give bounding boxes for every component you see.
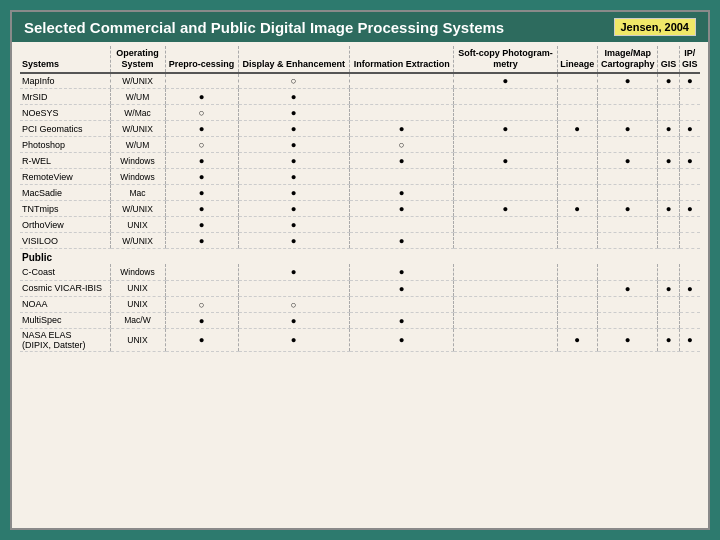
data-cell xyxy=(679,296,700,312)
data-cell: ● xyxy=(557,121,597,137)
data-cell: ● xyxy=(454,153,557,169)
data-cell xyxy=(454,89,557,105)
section-label-row: Public xyxy=(20,249,700,265)
data-cell: ● xyxy=(679,73,700,89)
data-cell xyxy=(454,217,557,233)
table-row: PhotoshopW/UM○●○ xyxy=(20,137,700,153)
col-header-display: Display & Enhancement xyxy=(238,46,349,73)
data-cell: ● xyxy=(165,153,238,169)
data-cell: ● xyxy=(349,264,454,280)
data-cell xyxy=(557,312,597,328)
data-cell: ● xyxy=(454,201,557,217)
data-cell xyxy=(557,217,597,233)
table-row: Cosmic VICAR-IBISUNIX●●●● xyxy=(20,280,700,296)
data-cell xyxy=(349,105,454,121)
data-cell: ● xyxy=(454,121,557,137)
data-cell: ● xyxy=(165,185,238,201)
data-cell xyxy=(597,296,658,312)
data-cell xyxy=(557,185,597,201)
data-cell xyxy=(454,328,557,351)
data-cell: ○ xyxy=(349,137,454,153)
data-cell: ● xyxy=(238,105,349,121)
data-cell: ● xyxy=(658,121,679,137)
col-header-gis: GIS xyxy=(658,46,679,73)
data-cell xyxy=(658,264,679,280)
data-cell xyxy=(454,296,557,312)
system-name-cell: Photoshop xyxy=(20,137,110,153)
data-cell: ● xyxy=(658,73,679,89)
data-cell: ● xyxy=(597,280,658,296)
data-cell: ● xyxy=(679,153,700,169)
data-cell: ● xyxy=(238,312,349,328)
data-cell: ● xyxy=(349,121,454,137)
system-name-cell: MacSadie xyxy=(20,185,110,201)
data-cell: W/UNIX xyxy=(110,201,165,217)
data-cell xyxy=(557,233,597,249)
data-cell: UNIX xyxy=(110,328,165,351)
data-cell: ● xyxy=(165,217,238,233)
data-cell: ● xyxy=(597,201,658,217)
data-cell xyxy=(557,137,597,153)
data-cell xyxy=(349,169,454,185)
system-name-cell: PCI Geomatics xyxy=(20,121,110,137)
table-row: NOAAUNIX○○ xyxy=(20,296,700,312)
data-cell: ● xyxy=(165,312,238,328)
data-cell xyxy=(454,105,557,121)
system-name-cell: VISILOO xyxy=(20,233,110,249)
col-header-preprocessing: Prepro-cessing xyxy=(165,46,238,73)
data-cell xyxy=(597,105,658,121)
data-cell: ● xyxy=(238,121,349,137)
data-cell xyxy=(597,137,658,153)
data-cell: ○ xyxy=(238,73,349,89)
data-cell xyxy=(658,233,679,249)
data-cell xyxy=(557,280,597,296)
system-name-cell: MultiSpec xyxy=(20,312,110,328)
col-header-softcopy: Soft-copy Photogram-metry xyxy=(454,46,557,73)
data-cell xyxy=(454,312,557,328)
data-cell xyxy=(557,264,597,280)
data-cell: ● xyxy=(238,217,349,233)
data-cell xyxy=(679,89,700,105)
col-header-lineage: Lineage xyxy=(557,46,597,73)
data-cell xyxy=(557,153,597,169)
data-cell: ● xyxy=(597,121,658,137)
data-cell xyxy=(658,89,679,105)
data-cell: ● xyxy=(658,153,679,169)
slide-title: Selected Commercial and Public Digital I… xyxy=(24,19,504,36)
data-cell: ○ xyxy=(165,137,238,153)
table-row: NOeSYSW/Mac○● xyxy=(20,105,700,121)
data-cell xyxy=(658,137,679,153)
data-cell: ● xyxy=(349,312,454,328)
data-cell xyxy=(658,312,679,328)
col-header-ipgis: IP/GIS xyxy=(679,46,700,73)
data-cell xyxy=(679,233,700,249)
data-cell xyxy=(557,169,597,185)
system-name-cell: MrSID xyxy=(20,89,110,105)
data-cell xyxy=(349,89,454,105)
data-cell xyxy=(557,296,597,312)
table-row: VISILOOW/UNIX●●● xyxy=(20,233,700,249)
data-cell xyxy=(679,105,700,121)
col-header-imagemap: Image/MapCartography xyxy=(597,46,658,73)
data-cell xyxy=(349,73,454,89)
data-cell: ● xyxy=(165,233,238,249)
data-cell: UNIX xyxy=(110,280,165,296)
data-cell: ● xyxy=(165,121,238,137)
title-bar: Selected Commercial and Public Digital I… xyxy=(12,12,708,42)
data-cell xyxy=(597,264,658,280)
data-cell: ● xyxy=(238,89,349,105)
data-cell: ● xyxy=(349,201,454,217)
data-cell xyxy=(454,137,557,153)
data-cell: W/UNIX xyxy=(110,73,165,89)
table-row: NASA ELAS(DIPIX, Datster)UNIX●●●●●●● xyxy=(20,328,700,351)
data-cell: ● xyxy=(679,280,700,296)
data-cell: ● xyxy=(238,264,349,280)
system-name-cell: NASA ELAS(DIPIX, Datster) xyxy=(20,328,110,351)
data-cell: ● xyxy=(238,201,349,217)
data-cell: UNIX xyxy=(110,296,165,312)
data-cell: Mac/W xyxy=(110,312,165,328)
data-cell: ● xyxy=(658,328,679,351)
data-cell xyxy=(597,312,658,328)
data-cell: ● xyxy=(238,328,349,351)
table-row: MrSIDW/UM●● xyxy=(20,89,700,105)
